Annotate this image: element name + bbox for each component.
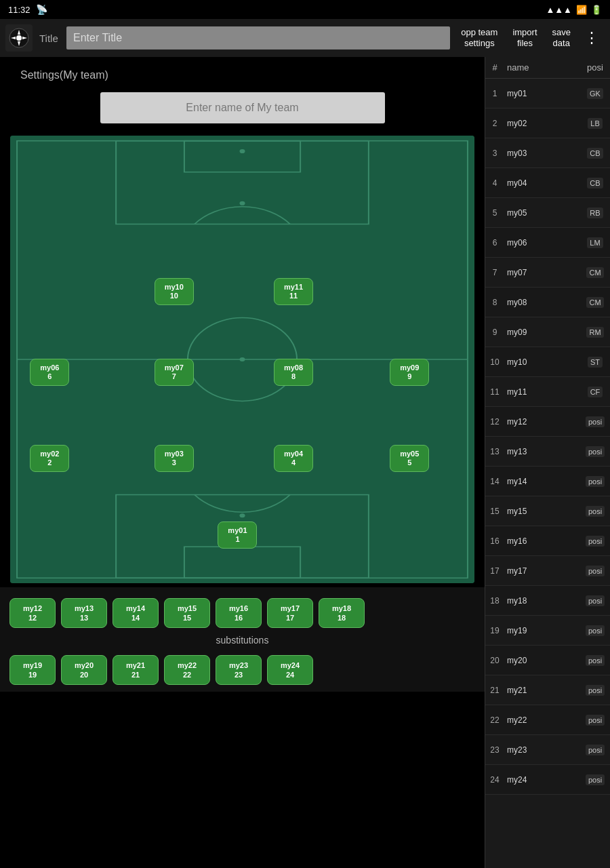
roster-name: my04	[504, 176, 580, 191]
col-header-num: #	[485, 57, 504, 78]
sub-token-s23[interactable]: my2323	[216, 655, 262, 685]
roster-header: # name posi	[485, 57, 610, 79]
sub-token-s18[interactable]: my1818	[319, 598, 365, 628]
title-input[interactable]	[66, 26, 450, 50]
player-token-p03[interactable]: my033	[155, 445, 194, 472]
subs-section: my1212my1313my1414my1515my1616my1717my18…	[0, 587, 485, 692]
roster-posi: posi	[580, 593, 610, 608]
sub-token-s19[interactable]: my1919	[9, 655, 56, 685]
roster-row[interactable]: 9 my09 RM	[485, 317, 610, 347]
team-name-input[interactable]	[100, 92, 385, 123]
roster-name: my24	[504, 772, 580, 787]
field-players: my1010my1111my066my077my088my099my022my0…	[10, 136, 474, 583]
roster-row[interactable]: 6 my06 LM	[485, 228, 610, 258]
roster-num: 14	[485, 474, 504, 489]
roster-row[interactable]: 24 my24 posi	[485, 765, 610, 795]
roster-num: 9	[485, 325, 504, 340]
roster-posi: CF	[580, 384, 610, 399]
roster-row[interactable]: 1 my01 GK	[485, 79, 610, 108]
sub-token-s20[interactable]: my2020	[61, 655, 107, 685]
substitutes-row2: my1919my2020my2121my2222my2323my2424	[7, 651, 478, 689]
roster-posi: posi	[580, 623, 610, 638]
roster-row[interactable]: 5 my05 RB	[485, 198, 610, 228]
roster-num: 19	[485, 623, 504, 638]
roster-row[interactable]: 20 my20 posi	[485, 646, 610, 675]
player-token-p05[interactable]: my055	[390, 445, 429, 472]
roster-row[interactable]: 13 my13 posi	[485, 437, 610, 467]
player-token-p11[interactable]: my1111	[274, 278, 313, 305]
player-token-p02[interactable]: my022	[30, 445, 69, 472]
sub-token-s24[interactable]: my2424	[267, 655, 313, 685]
sub-token-s14[interactable]: my1414	[113, 598, 159, 628]
roster-num: 3	[485, 146, 504, 161]
app-bar-actions: opp teamsettings importfiles savedata ⋮	[454, 23, 605, 52]
roster-row[interactable]: 11 my11 CF	[485, 377, 610, 407]
status-time: 11:32	[8, 5, 30, 15]
roster-num: 7	[485, 265, 504, 280]
roster-row[interactable]: 19 my19 posi	[485, 616, 610, 646]
roster-posi: posi	[580, 504, 610, 519]
roster-name: my21	[504, 683, 580, 698]
roster-num: 1	[485, 86, 504, 101]
sub-token-s21[interactable]: my2121	[113, 655, 159, 685]
roster-posi: RB	[580, 205, 610, 220]
roster-posi: LM	[580, 235, 610, 250]
roster-posi: posi	[580, 713, 610, 728]
overflow-menu-button[interactable]: ⋮	[579, 26, 605, 50]
substitutions-label: substitutions	[7, 632, 478, 651]
battery-icon: 🔋	[591, 5, 602, 15]
sub-token-s16[interactable]: my1616	[216, 598, 262, 628]
roster-name: my23	[504, 743, 580, 757]
sub-token-s13[interactable]: my1313	[61, 598, 107, 628]
sub-token-s15[interactable]: my1515	[164, 598, 210, 628]
roster-row[interactable]: 10 my10 ST	[485, 347, 610, 377]
roster-row[interactable]: 16 my16 posi	[485, 526, 610, 556]
save-data-button[interactable]: savedata	[546, 23, 577, 52]
roster-row[interactable]: 22 my22 posi	[485, 705, 610, 735]
roster-num: 6	[485, 235, 504, 250]
import-files-button[interactable]: importfiles	[506, 23, 544, 52]
sub-token-s12[interactable]: my1212	[9, 598, 56, 628]
roster-posi: posi	[580, 474, 610, 489]
roster-posi: posi	[580, 534, 610, 549]
roster-row[interactable]: 7 my07 CM	[485, 258, 610, 288]
roster-posi: posi	[580, 683, 610, 698]
roster-posi: posi	[580, 414, 610, 429]
roster-posi: RM	[580, 325, 610, 340]
roster-name: my18	[504, 593, 580, 608]
sub-token-s17[interactable]: my1717	[267, 598, 313, 628]
roster-num: 2	[485, 116, 504, 131]
roster-num: 11	[485, 384, 504, 399]
roster-row[interactable]: 2 my02 LB	[485, 108, 610, 138]
roster-row[interactable]: 15 my15 posi	[485, 496, 610, 526]
right-panel: # name posi 1 my01 GK 2 my02 LB 3 my03 C…	[485, 57, 610, 868]
roster-row[interactable]: 17 my17 posi	[485, 556, 610, 586]
roster-posi: GK	[580, 86, 610, 101]
roster-row[interactable]: 14 my14 posi	[485, 467, 610, 496]
roster-num: 8	[485, 295, 504, 310]
player-token-p01[interactable]: my011	[218, 521, 257, 549]
player-token-p09[interactable]: my099	[390, 359, 429, 386]
roster-row[interactable]: 3 my03 CB	[485, 138, 610, 168]
wifi-icon: ▲▲▲	[546, 5, 572, 15]
player-token-p08[interactable]: my088	[274, 359, 313, 386]
roster-name: my20	[504, 653, 580, 668]
opp-team-settings-button[interactable]: opp teamsettings	[454, 23, 504, 52]
roster-row[interactable]: 8 my08 CM	[485, 288, 610, 317]
roster-row[interactable]: 21 my21 posi	[485, 675, 610, 705]
player-token-p07[interactable]: my077	[155, 359, 194, 386]
main-content: Settings(My team)	[0, 57, 610, 868]
roster-row[interactable]: 12 my12 posi	[485, 407, 610, 437]
roster-num: 20	[485, 653, 504, 668]
player-token-p10[interactable]: my1010	[155, 278, 194, 305]
roster-num: 21	[485, 683, 504, 698]
sub-token-s22[interactable]: my2222	[164, 655, 210, 685]
roster-name: my15	[504, 504, 580, 519]
roster-row[interactable]: 4 my04 CB	[485, 168, 610, 198]
player-token-p06[interactable]: my066	[30, 359, 69, 386]
player-token-p04[interactable]: my044	[274, 445, 313, 472]
roster-row[interactable]: 18 my18 posi	[485, 586, 610, 616]
roster-name: my11	[504, 384, 580, 399]
roster-posi: CB	[580, 176, 610, 191]
roster-row[interactable]: 23 my23 posi	[485, 735, 610, 765]
